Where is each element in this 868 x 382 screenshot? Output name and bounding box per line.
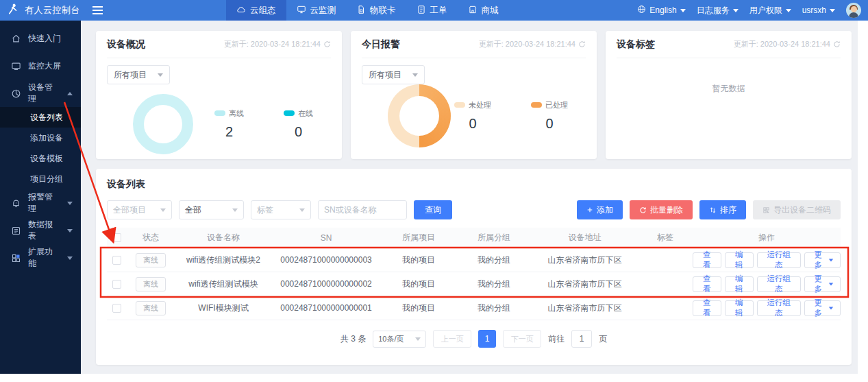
pagination: 共 3 条 10条/页 上一页 1 下一页 前往 页	[107, 330, 841, 348]
button-label: 批量删除	[650, 204, 683, 216]
device-name: wifi透传组测试模块2	[175, 254, 271, 266]
refresh-icon[interactable]	[833, 40, 841, 48]
view-button[interactable]: 查看	[693, 252, 721, 268]
view-button[interactable]: 查看	[693, 300, 721, 316]
username-menu[interactable]: usrsxh	[802, 5, 835, 15]
sort-button[interactable]: 排序	[699, 200, 746, 219]
tag-filter-select[interactable]: 标签	[251, 200, 311, 219]
sidebar-subitem-add-device[interactable]: 添加设备	[0, 128, 81, 148]
device-list-card: 设备列表 全部项目 全部 标签 查询	[96, 169, 852, 365]
qr-code-icon	[762, 206, 770, 214]
run-scada-button[interactable]: 运行组态	[757, 276, 801, 292]
search-input[interactable]	[318, 200, 407, 219]
goto-page-input[interactable]	[571, 330, 592, 348]
edit-button[interactable]: 编辑	[725, 276, 754, 292]
status-filter-select[interactable]: 全部	[179, 200, 244, 219]
sidebar-subitem-device-template[interactable]: 设备模板	[0, 148, 81, 169]
refresh-icon[interactable]	[323, 40, 331, 48]
batch-delete-button[interactable]: 批量删除	[630, 200, 693, 219]
more-button[interactable]: 更多	[804, 252, 841, 268]
globe-icon	[637, 5, 646, 16]
device-table: 状态 设备名称 SN 所属项目 所属分组 设备地址 标签 操作 离线 wifi透…	[107, 228, 841, 320]
sidebar-item-monitor-screen[interactable]: 监控大屏	[0, 52, 81, 80]
tab-mall[interactable]: 商城	[458, 0, 509, 21]
more-button[interactable]: 更多	[804, 276, 841, 292]
chevron-down-icon	[67, 256, 73, 260]
refresh-icon[interactable]	[578, 40, 586, 48]
language-select[interactable]: English	[637, 5, 685, 16]
chevron-down-icon	[67, 229, 73, 232]
legend-value: 0	[531, 116, 568, 132]
export-qr-button[interactable]: 导出设备二维码	[753, 200, 841, 219]
sidebar-item-data-report[interactable]: 数据报表	[0, 217, 81, 244]
column-header-group: 所属分组	[456, 232, 532, 243]
tab-label: 云组态	[250, 5, 276, 16]
bell-icon	[11, 198, 21, 208]
overview-project-filter[interactable]: 所有项目	[107, 65, 170, 84]
chevron-down-icon	[158, 73, 163, 77]
project-filter-select[interactable]: 全部项目	[107, 200, 172, 219]
button-label: 排序	[720, 204, 736, 216]
sidebar-subitem-label: 项目分组	[30, 174, 63, 185]
row-checkbox[interactable]	[112, 304, 121, 313]
tab-work-order[interactable]: 工单	[406, 0, 458, 21]
edit-button[interactable]: 编辑	[725, 300, 754, 316]
row-checkbox[interactable]	[112, 256, 121, 265]
primary-nav: 云组态 云监测 物联卡 工单 商城	[226, 0, 509, 21]
user-permission-label: 用户权限	[749, 5, 782, 16]
legend-offline: 离线 2	[214, 108, 244, 140]
chevron-down-icon	[830, 9, 835, 12]
sidebar-item-extensions[interactable]: 扩展功能	[0, 244, 81, 272]
big-screen-icon	[11, 61, 21, 71]
sidebar-subitem-label: 设备模板	[30, 153, 63, 165]
tab-cloud-scada[interactable]: 云组态	[226, 0, 286, 21]
menu-toggle-icon[interactable]	[92, 10, 103, 11]
device-address: 山东省济南市历下区	[532, 302, 638, 314]
user-permission-menu[interactable]: 用户权限	[749, 5, 791, 16]
page-size-select[interactable]: 10条/页	[373, 331, 426, 348]
table-row: 离线 WIFI模块测试 00024871000000000001 我的项目 我的…	[107, 296, 841, 320]
legend-swatch	[284, 110, 295, 116]
sidebar-item-alarm-management[interactable]: 报警管理	[0, 189, 81, 217]
view-button[interactable]: 查看	[693, 276, 721, 292]
column-header-name: 设备名称	[175, 232, 271, 243]
updated-timestamp: 更新于: 2020-03-24 18:21:44	[734, 39, 841, 49]
current-page-button[interactable]: 1	[478, 330, 496, 348]
tab-iot-sim[interactable]: 物联卡	[346, 0, 406, 21]
select-all-checkbox[interactable]	[112, 233, 121, 242]
run-scada-button[interactable]: 运行组态	[757, 300, 801, 316]
chevron-down-icon	[67, 202, 73, 205]
work-order-icon	[417, 5, 426, 16]
device-status-donut-chart	[133, 94, 193, 154]
edit-button[interactable]: 编辑	[725, 252, 754, 268]
sidebar-subitem-project-group[interactable]: 项目分组	[0, 169, 81, 189]
top-navbar: 有人云控制台 云组态 云监测 物联卡 工单 商城	[0, 0, 868, 21]
table-row: 离线 wifi透传组测试模块 00024871000000000002 我的项目…	[107, 272, 841, 296]
row-checkbox[interactable]	[112, 280, 121, 289]
sidebar-item-device-management[interactable]: 设备管理	[0, 80, 81, 107]
device-name: wifi透传组测试模块	[175, 278, 271, 290]
more-button[interactable]: 更多	[804, 300, 841, 316]
select-value: 全部	[185, 204, 201, 216]
tab-cloud-monitor[interactable]: 云监测	[286, 0, 347, 21]
query-button[interactable]: 查询	[414, 200, 452, 219]
add-device-button[interactable]: 添加	[577, 200, 623, 219]
chevron-down-icon	[786, 9, 791, 12]
home-icon	[11, 34, 21, 44]
log-service-menu[interactable]: 日志服务	[697, 5, 739, 16]
sidebar-item-quick-start[interactable]: 快速入门	[0, 25, 81, 52]
today-alarms-card: 今日报警 更新于: 2020-03-24 18:21:44 所有项目	[351, 31, 597, 159]
cloud-icon	[236, 5, 246, 16]
navbar-right: English 日志服务 用户权限 usrsxh	[637, 0, 861, 21]
legend-swatch	[214, 110, 225, 116]
avatar[interactable]	[846, 3, 861, 18]
device-address: 山东省济南市历下区	[532, 278, 638, 290]
device-pie-icon	[11, 88, 21, 99]
updated-text: 更新于: 2020-03-24 18:21:44	[224, 39, 321, 49]
sidebar-subitem-device-list[interactable]: 设备列表	[0, 107, 81, 128]
prev-page-button[interactable]: 上一页	[433, 330, 471, 348]
chevron-down-icon	[829, 259, 833, 261]
chevron-down-icon	[160, 208, 166, 212]
next-page-button[interactable]: 下一页	[503, 330, 541, 348]
run-scada-button[interactable]: 运行组态	[757, 252, 801, 268]
